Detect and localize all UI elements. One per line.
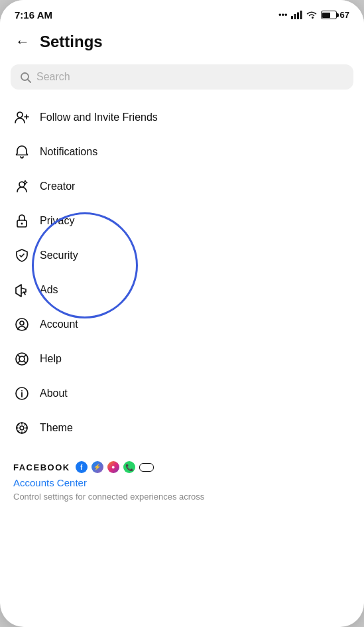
back-button[interactable]: ←	[11, 30, 34, 54]
menu-label-creator: Creator	[40, 180, 75, 192]
accounts-center-link[interactable]: Accounts Center	[13, 477, 351, 488]
svg-line-16	[24, 355, 26, 357]
phone-frame: 7:16 AM ••• 67	[0, 0, 364, 627]
menu-item-privacy[interactable]: Privacy	[0, 204, 364, 238]
svg-point-13	[20, 321, 24, 325]
menu-item-theme[interactable]: Theme	[0, 411, 364, 445]
facebook-brand: FACEBOOK f ⚡ ● 📞	[13, 461, 351, 473]
svg-line-30	[25, 431, 25, 431]
menu-item-notifications[interactable]: Notifications	[0, 135, 364, 169]
svg-point-11	[21, 223, 23, 225]
svg-point-6	[17, 112, 23, 117]
settings-menu: Follow and Invite Friends Notifications	[0, 96, 364, 449]
svg-line-19	[18, 355, 20, 357]
shield-icon	[13, 247, 30, 264]
svg-line-5	[28, 79, 31, 82]
menu-item-ads[interactable]: Ads	[0, 273, 364, 307]
battery-percent: 67	[340, 10, 349, 20]
accounts-center-desc: Control settings for connected experienc…	[13, 491, 351, 503]
svg-point-24	[20, 426, 24, 430]
meta-icon	[139, 463, 154, 472]
menu-label-about: About	[40, 387, 68, 399]
signal-icon	[291, 11, 302, 19]
battery-icon	[321, 11, 337, 19]
svg-point-15	[19, 356, 25, 362]
menu-label-security: Security	[40, 249, 78, 261]
status-time: 7:16 AM	[15, 9, 52, 21]
svg-line-17	[18, 361, 20, 363]
menu-label-account: Account	[40, 318, 78, 330]
page-title: Settings	[40, 33, 103, 51]
follow-icon	[13, 109, 30, 126]
svg-rect-0	[291, 16, 293, 19]
wifi-icon	[306, 11, 318, 19]
back-arrow-icon: ←	[15, 33, 30, 50]
theme-icon	[13, 419, 30, 437]
more-icon: •••	[278, 10, 288, 20]
bell-icon	[13, 143, 30, 161]
help-icon	[13, 350, 30, 368]
facebook-icon: f	[76, 461, 88, 473]
menu-item-security[interactable]: Security	[0, 238, 364, 273]
menu-label-notifications: Notifications	[40, 146, 97, 158]
menu-label-ads: Ads	[40, 284, 58, 296]
menu-item-follow-invite[interactable]: Follow and Invite Friends	[0, 100, 364, 135]
menu-item-account[interactable]: Account	[0, 307, 364, 342]
svg-rect-3	[300, 11, 302, 19]
search-placeholder: Search	[36, 71, 70, 83]
creator-icon	[13, 178, 30, 195]
svg-line-18	[24, 361, 26, 363]
search-bar[interactable]: Search	[11, 64, 353, 90]
status-icons: ••• 67	[278, 10, 349, 20]
lock-icon	[13, 212, 30, 230]
menu-item-creator[interactable]: Creator	[0, 169, 364, 204]
instagram-icon: ●	[107, 461, 119, 473]
status-bar: 7:16 AM ••• 67	[0, 0, 364, 25]
menu-label-privacy: Privacy	[40, 215, 74, 227]
menu-label-follow-invite: Follow and Invite Friends	[40, 111, 158, 123]
search-icon	[20, 72, 31, 83]
account-icon	[13, 316, 30, 333]
menu-item-help[interactable]: Help	[0, 342, 364, 376]
svg-rect-2	[297, 13, 299, 20]
messenger-icon: ⚡	[91, 461, 103, 473]
menu-item-about[interactable]: About	[0, 376, 364, 411]
whatsapp-icon: 📞	[123, 461, 135, 473]
info-icon	[13, 385, 30, 402]
menu-label-help: Help	[40, 353, 62, 365]
facebook-brand-label: FACEBOOK	[13, 462, 70, 472]
svg-line-29	[18, 424, 19, 425]
menu-label-theme: Theme	[40, 422, 73, 434]
svg-point-22	[21, 390, 23, 391]
svg-line-32	[18, 431, 19, 431]
facebook-section: FACEBOOK f ⚡ ● 📞 Accounts Center Control…	[0, 449, 364, 508]
page-header: ← Settings	[0, 25, 364, 62]
svg-line-31	[25, 424, 25, 425]
facebook-social-icons: f ⚡ ● 📞	[76, 461, 154, 473]
svg-rect-1	[294, 14, 296, 19]
ads-icon	[13, 281, 30, 299]
